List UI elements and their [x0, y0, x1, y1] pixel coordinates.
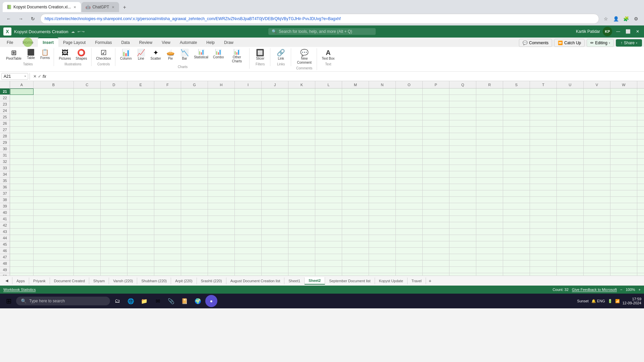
cell-P27[interactable]: [423, 127, 449, 133]
cell-A21[interactable]: [10, 88, 34, 95]
cell-I47[interactable]: [235, 254, 262, 260]
cell-A43[interactable]: [10, 229, 34, 235]
cell-B37[interactable]: [34, 190, 74, 197]
cell-N45[interactable]: [369, 241, 396, 248]
profile-icon[interactable]: 👤: [612, 15, 620, 23]
cell-R27[interactable]: [476, 127, 503, 133]
cell-Q45[interactable]: [449, 241, 476, 248]
cell-L38[interactable]: [315, 197, 342, 203]
cell-I21[interactable]: [235, 88, 262, 95]
cell-A40[interactable]: [10, 209, 34, 216]
row-num-26[interactable]: 26: [0, 120, 10, 127]
sheet-tab-document-created[interactable]: Document Created: [50, 278, 89, 284]
cell-T47[interactable]: [530, 254, 557, 260]
cell-B48[interactable]: [34, 260, 74, 267]
col-header-H[interactable]: H: [208, 81, 235, 88]
cell-Q28[interactable]: [449, 133, 476, 139]
col-header-S[interactable]: S: [503, 81, 530, 88]
cell-I37[interactable]: [235, 190, 262, 197]
cell-G47[interactable]: [181, 254, 208, 260]
cell-T34[interactable]: [530, 171, 557, 178]
cell-N38[interactable]: [369, 197, 396, 203]
cell-P24[interactable]: [423, 108, 449, 114]
cell-U41[interactable]: [557, 216, 584, 222]
cell-I50[interactable]: [235, 273, 262, 276]
cell-M45[interactable]: [342, 241, 369, 248]
cell-V29[interactable]: [584, 139, 610, 146]
cell-E48[interactable]: [127, 260, 154, 267]
cell-F21[interactable]: [154, 88, 181, 95]
cell-W22[interactable]: [610, 95, 637, 101]
cell-K36[interactable]: [288, 184, 315, 190]
table-button[interactable]: ⬛ Table: [24, 48, 38, 61]
cell-O25[interactable]: [396, 114, 423, 120]
sheet-tab-srashti-(220)[interactable]: Srashti (220): [197, 278, 226, 284]
cell-N22[interactable]: [369, 95, 396, 101]
cell-F35[interactable]: [154, 178, 181, 184]
cell-O23[interactable]: [396, 101, 423, 108]
row-num-31[interactable]: 31: [0, 152, 10, 159]
cell-X21[interactable]: [637, 88, 644, 95]
cell-D48[interactable]: [101, 260, 127, 267]
cell-E28[interactable]: [127, 133, 154, 139]
cell-A36[interactable]: [10, 184, 34, 190]
cell-X37[interactable]: [637, 190, 644, 197]
tab-chatgpt-close[interactable]: ✕: [111, 5, 115, 10]
cell-I36[interactable]: [235, 184, 262, 190]
cell-C36[interactable]: [74, 184, 101, 190]
cell-S21[interactable]: [503, 88, 530, 95]
cell-D23[interactable]: [101, 101, 127, 108]
cell-M40[interactable]: [342, 209, 369, 216]
cell-W21[interactable]: [610, 88, 637, 95]
cell-X42[interactable]: [637, 222, 644, 229]
cell-U35[interactable]: [557, 178, 584, 184]
cell-P22[interactable]: [423, 95, 449, 101]
cell-J31[interactable]: [262, 152, 288, 159]
cell-S27[interactable]: [503, 127, 530, 133]
cell-F41[interactable]: [154, 216, 181, 222]
cell-U33[interactable]: [557, 165, 584, 171]
cell-Q25[interactable]: [449, 114, 476, 120]
cell-V41[interactable]: [584, 216, 610, 222]
cell-B24[interactable]: [34, 108, 74, 114]
sheet-tab-kopyst-update[interactable]: Kopyst Update: [375, 278, 408, 284]
cell-W48[interactable]: [610, 260, 637, 267]
cell-G33[interactable]: [181, 165, 208, 171]
cell-T46[interactable]: [530, 248, 557, 254]
cell-U49[interactable]: [557, 267, 584, 273]
cell-F36[interactable]: [154, 184, 181, 190]
cell-T29[interactable]: [530, 139, 557, 146]
cell-X29[interactable]: [637, 139, 644, 146]
cell-U38[interactable]: [557, 197, 584, 203]
cell-K45[interactable]: [288, 241, 315, 248]
cell-J26[interactable]: [262, 120, 288, 127]
cell-R46[interactable]: [476, 248, 503, 254]
cell-V35[interactable]: [584, 178, 610, 184]
tab-data[interactable]: Data: [116, 38, 134, 47]
cell-G22[interactable]: [181, 95, 208, 101]
cell-G43[interactable]: [181, 229, 208, 235]
cell-G31[interactable]: [181, 152, 208, 159]
cell-W34[interactable]: [610, 171, 637, 178]
cell-I45[interactable]: [235, 241, 262, 248]
cell-C30[interactable]: [74, 146, 101, 152]
cell-D49[interactable]: [101, 267, 127, 273]
cell-R40[interactable]: [476, 209, 503, 216]
col-header-G[interactable]: G: [181, 81, 208, 88]
cell-B40[interactable]: [34, 209, 74, 216]
row-num-33[interactable]: 33: [0, 165, 10, 171]
col-header-V[interactable]: V: [584, 81, 610, 88]
cell-E23[interactable]: [127, 101, 154, 108]
cell-O31[interactable]: [396, 152, 423, 159]
cell-F44[interactable]: [154, 235, 181, 241]
excel-search-input[interactable]: [279, 29, 372, 34]
cell-G44[interactable]: [181, 235, 208, 241]
cell-C40[interactable]: [74, 209, 101, 216]
cell-V22[interactable]: [584, 95, 610, 101]
cell-O37[interactable]: [396, 190, 423, 197]
cell-L34[interactable]: [315, 171, 342, 178]
cell-P32[interactable]: [423, 159, 449, 165]
cell-P36[interactable]: [423, 184, 449, 190]
cell-K38[interactable]: [288, 197, 315, 203]
cell-G50[interactable]: [181, 273, 208, 276]
